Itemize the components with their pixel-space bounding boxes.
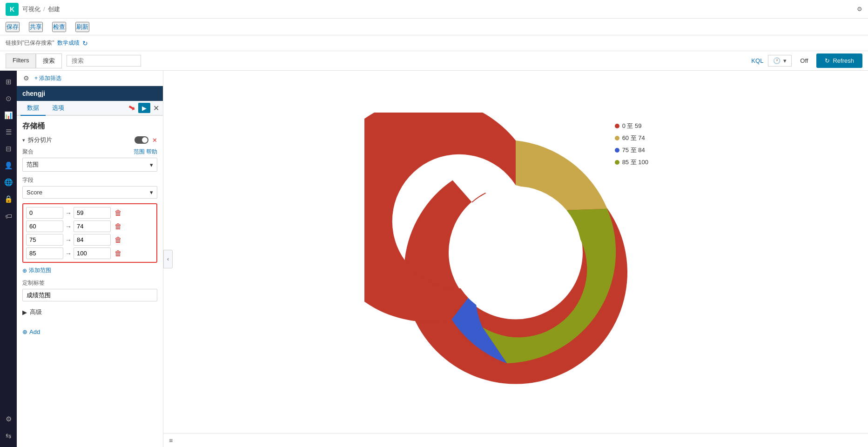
nav-person-icon[interactable]: 👤 <box>1 158 16 173</box>
advanced-row[interactable]: ▶ 高级 <box>22 305 157 319</box>
toggle-switch[interactable] <box>135 136 148 144</box>
main-layout: ⊞ ⊙ 📊 ☰ ⊟ 👤 🌐 🔒 🏷 ⚙ ⇆ ⚙ + 添加筛选 chengji 数… <box>0 71 868 447</box>
range-from-0[interactable] <box>26 207 63 219</box>
range-row-0: → 🗑 <box>26 207 154 219</box>
kql-button[interactable]: KQL <box>751 57 763 64</box>
delete-range-0[interactable]: 🗑 <box>114 209 122 217</box>
delete-range-3[interactable]: 🗑 <box>114 249 122 258</box>
delete-range-1[interactable]: 🗑 <box>114 222 122 231</box>
top-bar: K 可视化 / 创建 ⚙ <box>0 0 868 19</box>
donut-hole <box>450 186 581 318</box>
close-panel-button[interactable]: ✕ <box>153 104 159 113</box>
nav-home-icon[interactable]: ⊞ <box>1 74 16 89</box>
nav-chart-icon[interactable]: 📊 <box>1 108 16 123</box>
arrow-icon-0: → <box>65 209 72 217</box>
panel-gear-icon[interactable]: ⚙ <box>21 73 31 83</box>
logo-area: K 可视化 / 创建 <box>6 3 60 16</box>
add-plus-icon: ⊕ <box>22 328 27 335</box>
share-button[interactable]: 共享 <box>29 22 43 32</box>
add-button[interactable]: ⊕ Add <box>22 325 157 339</box>
link-prefix: 链接到"已保存搜索" <box>6 39 54 47</box>
clock-icon: 🕐 <box>773 57 781 64</box>
nav-clock-icon[interactable]: ⊙ <box>1 91 16 106</box>
aggregation-select[interactable]: 范围 ▾ <box>22 158 157 172</box>
custom-label-title: 定制标签 <box>22 279 157 287</box>
panel-tabs: 数据 选项 ➡ ▶ ✕ <box>17 101 163 116</box>
split-slice-text: 拆分切片 <box>28 136 52 144</box>
arrow-icon-1: → <box>65 223 72 230</box>
refresh-toolbar-button[interactable]: 刷新 <box>75 22 89 32</box>
range-row-3: → 🗑 <box>26 247 154 259</box>
add-range-label: 添加范围 <box>29 267 51 274</box>
refresh-icon: ↻ <box>825 57 830 64</box>
delete-range-2[interactable]: 🗑 <box>114 236 122 244</box>
collapse-panel-button[interactable]: ‹ <box>163 250 173 268</box>
bucket-section-title: 存储桶 <box>22 121 157 131</box>
bucket-section: ▾ 拆分切片 ✕ 聚合 范围 帮助 范围 <box>22 136 157 319</box>
legend-dot-1 <box>615 136 619 140</box>
tab-data[interactable]: 数据 <box>20 101 46 116</box>
legend-dot-0 <box>615 124 619 128</box>
delete-bucket-icon[interactable]: ✕ <box>152 137 157 144</box>
bucket-header: ▾ 拆分切片 ✕ <box>22 136 157 144</box>
field-select[interactable]: Score ▾ <box>22 186 157 199</box>
tab-filters[interactable]: Filters <box>6 53 36 68</box>
legend-item-1: 60 至 74 <box>615 134 648 142</box>
breadcrumb: 可视化 / 创建 <box>22 5 60 13</box>
collapse-arrow[interactable]: ▾ <box>22 137 25 143</box>
add-filter-button[interactable]: + 添加筛选 <box>34 74 61 82</box>
chart-content: 0 至 59 60 至 74 75 至 84 85 至 100 <box>163 71 868 433</box>
chart-wrapper: 0 至 59 60 至 74 75 至 84 85 至 100 <box>364 113 667 392</box>
tab-options[interactable]: 选项 <box>46 101 71 116</box>
legend-dot-2 <box>615 148 619 153</box>
bottom-bar: ≡ <box>163 433 868 447</box>
nav-list-icon[interactable]: ☰ <box>1 125 16 140</box>
legend-dot-3 <box>615 160 619 165</box>
time-picker[interactable]: 🕐 ▾ <box>768 55 792 67</box>
nav-bottom-icon[interactable]: ⇆ <box>1 428 16 443</box>
breadcrumb-viz: 可视化 <box>22 5 40 13</box>
nav-settings-icon[interactable]: ⚙ <box>1 412 16 427</box>
aggregation-label: 聚合 范围 帮助 <box>22 148 157 156</box>
nav-dashboard-icon[interactable]: ⊟ <box>1 141 16 156</box>
refresh-button[interactable]: ↻ Refresh <box>816 53 862 68</box>
nav-lock-icon[interactable]: 🔒 <box>1 192 16 207</box>
range-from-1[interactable] <box>26 220 63 232</box>
panel-tab-actions: ➡ ▶ ✕ <box>128 103 159 113</box>
link-refresh-icon[interactable]: ↻ <box>82 40 88 47</box>
range-row-1: → 🗑 <box>26 220 154 232</box>
range-container: → 🗑 → 🗑 → 🗑 <box>22 203 157 263</box>
saved-search-link[interactable]: 数学成绩 <box>57 39 80 47</box>
search-input[interactable] <box>67 55 141 67</box>
bucket-actions: ✕ <box>135 136 157 144</box>
nav-tag-icon[interactable]: 🏷 <box>1 208 16 223</box>
tab-search[interactable]: 搜索 <box>36 53 62 68</box>
settings-icon[interactable]: ⚙ <box>857 6 862 13</box>
legend-item-0: 0 至 59 <box>615 122 648 130</box>
custom-label-section: 定制标签 <box>22 279 157 301</box>
save-button[interactable]: 保存 <box>6 22 20 32</box>
inspect-button[interactable]: 检查 <box>52 22 66 32</box>
custom-label-input[interactable] <box>22 289 157 301</box>
filter-bar: Filters 搜索 KQL 🕐 ▾ Off ↻ Refresh <box>0 51 868 71</box>
range-to-3[interactable] <box>74 247 111 259</box>
range-to-1[interactable] <box>74 220 111 232</box>
range-from-2[interactable] <box>26 234 63 246</box>
add-range-button[interactable]: ⊕ 添加范围 <box>22 267 157 274</box>
arrow-icon-2: → <box>65 236 72 244</box>
range-from-3[interactable] <box>26 247 63 259</box>
chart-area: ‹ 0 至 59 60 至 74 75 至 84 <box>163 71 868 447</box>
legend-label-3: 85 至 100 <box>622 158 648 167</box>
nav-globe-icon[interactable]: 🌐 <box>1 175 16 190</box>
range-help-link[interactable]: 范围 帮助 <box>134 148 157 155</box>
app-logo: K <box>6 3 19 16</box>
range-to-2[interactable] <box>74 234 111 246</box>
refresh-label: Refresh <box>833 57 854 64</box>
range-to-0[interactable] <box>74 207 111 219</box>
run-button[interactable]: ▶ <box>138 103 150 113</box>
panel-gear-row: ⚙ + 添加筛选 <box>17 71 163 86</box>
list-icon[interactable]: ≡ <box>169 437 173 444</box>
legend-item-2: 75 至 84 <box>615 146 648 154</box>
off-label: Off <box>800 57 808 64</box>
field-label: 字段 <box>22 176 157 184</box>
